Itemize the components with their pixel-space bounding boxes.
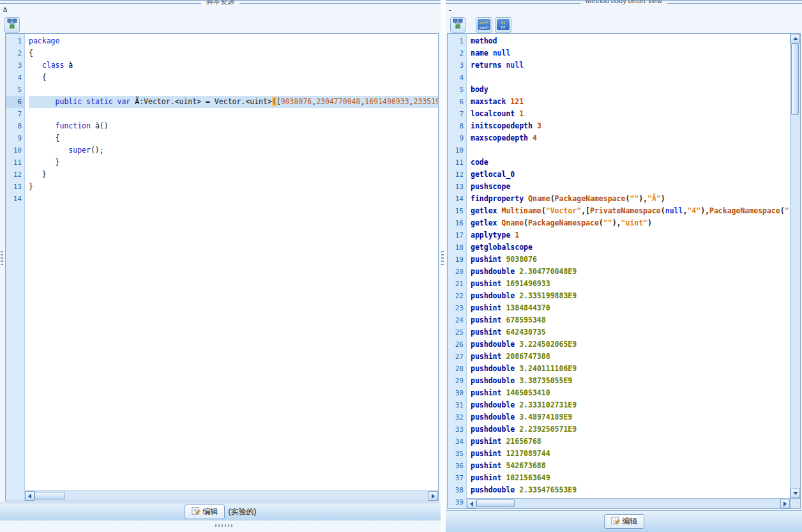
line-number: 35 — [448, 448, 466, 460]
line-number: 8 — [448, 120, 466, 132]
code-line: method — [471, 35, 790, 47]
horizontal-scrollbar[interactable] — [467, 498, 790, 508]
hex-only-icon: 0x FF — [497, 19, 510, 30]
code-line: pushscope — [471, 181, 790, 193]
line-number: 30 — [448, 387, 466, 399]
scroll-left-button[interactable] — [467, 499, 476, 508]
line-number: 13 — [6, 181, 24, 193]
line-number: 6 — [6, 96, 24, 108]
line-number: 28 — [448, 363, 466, 375]
code-line — [471, 72, 790, 84]
graph-view-button[interactable] — [450, 17, 465, 33]
pcode-pane: Method body better view - 0xFF push 0x — [446, 0, 802, 532]
pane-title: Method body better view — [446, 0, 802, 5]
splitter-grip[interactable] — [441, 251, 444, 265]
source-code-area[interactable]: package{ class à { public static var Ã:V… — [25, 34, 438, 490]
line-number: 2 — [6, 47, 24, 59]
line-number: 27 — [448, 351, 466, 363]
line-number: 13 — [448, 181, 466, 193]
line-number: 38 — [448, 484, 466, 496]
scrollbar-thumb[interactable] — [34, 492, 65, 499]
arrow-right-icon — [783, 501, 787, 506]
line-number: 14 — [448, 193, 466, 205]
line-number: 2 — [448, 47, 466, 59]
code-line: getlex Multiname("Vector",[PrivateNamesp… — [471, 205, 790, 217]
code-line: pushint 542673688 — [471, 460, 790, 472]
line-number: 18 — [448, 241, 466, 254]
code-line: } — [29, 156, 438, 169]
line-number: 26 — [448, 338, 466, 351]
source-toolbar — [0, 15, 441, 34]
scroll-up-button[interactable] — [791, 34, 800, 43]
scrollbar-thumb[interactable] — [791, 43, 799, 115]
code-line: getlex Qname(PackageNamespace(""),"uint"… — [471, 217, 790, 229]
code-line — [29, 193, 438, 205]
line-number: 10 — [6, 144, 24, 156]
experimental-label: (实验的) — [229, 506, 257, 517]
line-number: 3 — [6, 59, 24, 72]
code-line: super(); — [29, 144, 438, 156]
hex-with-instructions-button[interactable]: 0xFF push — [476, 17, 492, 33]
script-name-label: à — [0, 5, 441, 15]
method-name-label: - — [446, 5, 802, 15]
hex-only-button[interactable]: 0x FF — [495, 17, 511, 33]
code-line: pushdouble 2.335199883E9 — [471, 290, 790, 302]
code-line: maxscopedepth 4 — [471, 132, 790, 144]
scroll-down-button[interactable] — [791, 489, 800, 498]
flowchart-icon — [453, 19, 463, 31]
line-number: 34 — [448, 436, 466, 448]
code-line: maxstack 121 — [471, 96, 790, 108]
line-number: 1 — [448, 35, 466, 47]
code-line: pushint 1691496933 — [471, 278, 790, 290]
line-number: 11 — [6, 156, 24, 169]
scrollbar-track[interactable] — [476, 499, 780, 508]
line-number: 25 — [448, 326, 466, 338]
code-line: package — [29, 35, 438, 47]
code-line: public static var Ã:Vector.<uint> = Vect… — [29, 96, 438, 108]
splitter-grip[interactable] — [1, 251, 3, 265]
line-number-gutter: 1234567891011121314151617181920212223242… — [448, 34, 467, 508]
code-line: pushint 642430735 — [471, 326, 790, 338]
pane-title-label: 脚本资源 — [201, 0, 239, 5]
scroll-left-button[interactable] — [25, 491, 34, 501]
edit-button[interactable]: 编辑 — [604, 514, 644, 529]
line-number: 4 — [448, 72, 466, 84]
line-number: 9 — [448, 132, 466, 144]
line-number: 10 — [448, 144, 466, 156]
code-line: pushint 1384844370 — [471, 302, 790, 314]
pcode-editor: 1234567891011121314151617181920212223242… — [447, 33, 801, 509]
code-line: pushint 2086747308 — [471, 351, 790, 363]
line-number: 21 — [448, 278, 466, 290]
code-line: pushdouble 2.333102731E9 — [471, 399, 790, 411]
edit-button[interactable]: 编辑 — [185, 505, 225, 519]
scrollbar-corner — [791, 498, 800, 508]
line-number: 16 — [448, 217, 466, 229]
pane-title-label: Method body better view — [580, 0, 667, 4]
line-number: 3 — [448, 59, 466, 72]
line-number: 9 — [6, 132, 24, 144]
code-line: pushdouble 2.239250571E9 — [471, 423, 790, 436]
scroll-right-button[interactable] — [428, 491, 438, 501]
source-pane: 脚本资源 à 1234567891011121314 package{ clas… — [0, 0, 441, 532]
edit-icon — [191, 506, 200, 517]
splitter-grip[interactable] — [215, 524, 233, 527]
line-number: 36 — [448, 460, 466, 472]
scrollbar-track[interactable] — [34, 491, 428, 501]
line-number-gutter: 1234567891011121314 — [6, 34, 25, 501]
pane-title: 脚本资源 — [0, 0, 441, 5]
pcode-code-area[interactable]: methodname nullreturns nullbodymaxstack … — [467, 34, 790, 498]
graph-view-button[interactable] — [4, 17, 20, 33]
scrollbar-thumb[interactable] — [476, 499, 515, 507]
code-line: returns null — [471, 59, 790, 72]
scroll-right-button[interactable] — [780, 499, 790, 508]
arrow-right-icon — [432, 494, 435, 499]
line-number: 12 — [6, 169, 24, 181]
line-number: 22 — [448, 290, 466, 302]
vertical-scrollbar[interactable] — [790, 34, 800, 508]
scrollbar-track[interactable] — [791, 43, 800, 489]
horizontal-scrollbar[interactable] — [25, 490, 438, 501]
code-line: pushint 1217089744 — [471, 448, 790, 460]
arrow-left-icon — [28, 494, 31, 499]
code-line: pushint 1465053410 — [471, 387, 790, 399]
code-line — [29, 108, 438, 120]
